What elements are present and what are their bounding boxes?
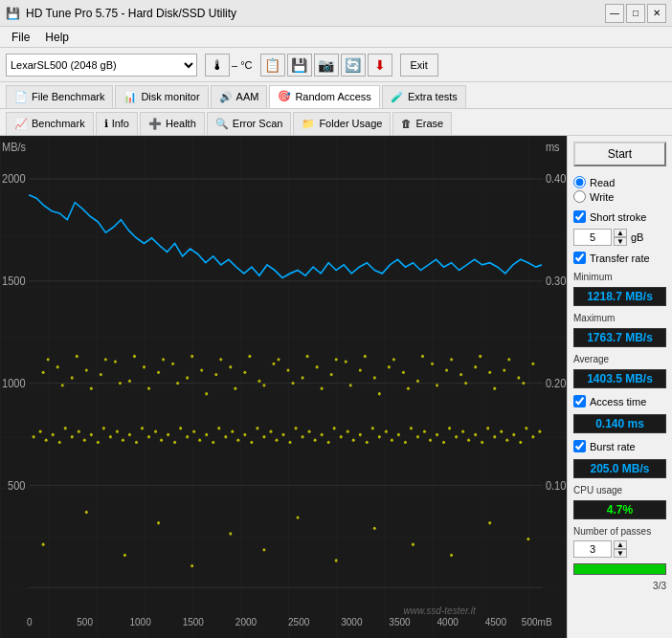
- short-stroke-decrement[interactable]: ▼: [614, 237, 627, 246]
- svg-point-114: [141, 427, 144, 429]
- download-icon[interactable]: ⬇: [368, 54, 392, 77]
- svg-point-92: [464, 382, 467, 385]
- refresh-icon[interactable]: 🔄: [341, 54, 366, 77]
- drive-selector[interactable]: LexarSL500 (2048 gB): [6, 54, 197, 77]
- svg-point-136: [281, 433, 284, 436]
- svg-point-59: [488, 371, 491, 374]
- minimize-button[interactable]: —: [605, 4, 624, 23]
- svg-point-129: [236, 438, 239, 441]
- cpu-value: 4.7%: [573, 500, 666, 519]
- svg-point-156: [410, 427, 413, 429]
- short-stroke-checkbox[interactable]: [573, 210, 586, 223]
- passes-decrement[interactable]: ▼: [614, 549, 627, 558]
- svg-point-39: [200, 368, 203, 371]
- close-button[interactable]: ✕: [647, 4, 666, 23]
- passes-input[interactable]: [573, 540, 612, 558]
- tab-benchmark[interactable]: 📈 Benchmark: [6, 112, 94, 135]
- tab-aam[interactable]: 🔊 AAM: [211, 85, 268, 108]
- camera-icon[interactable]: 📷: [314, 54, 339, 77]
- svg-point-29: [56, 365, 59, 368]
- read-write-group: Read Write: [573, 176, 666, 203]
- maximize-button[interactable]: □: [626, 4, 645, 23]
- svg-point-190: [526, 538, 529, 540]
- svg-point-113: [135, 441, 138, 444]
- svg-point-50: [359, 368, 362, 371]
- burst-rate-item[interactable]: Burst rate: [573, 440, 666, 452]
- tab-info[interactable]: ℹ Info: [96, 112, 138, 135]
- svg-point-120: [179, 427, 182, 429]
- svg-point-35: [143, 365, 146, 368]
- benchmark-icon: 📈: [14, 118, 28, 130]
- titlebar-controls: — □ ✕: [605, 4, 666, 23]
- svg-point-58: [474, 365, 477, 368]
- svg-point-140: [308, 429, 311, 432]
- short-stroke-input[interactable]: [573, 229, 612, 246]
- passes-progress-text: 3/3: [573, 581, 666, 591]
- svg-point-169: [493, 435, 496, 438]
- tab-folder-usage[interactable]: 📁 Folder Usage: [293, 112, 391, 135]
- svg-point-164: [461, 429, 464, 432]
- transfer-rate-item[interactable]: Transfer rate: [573, 252, 666, 264]
- short-stroke-increment[interactable]: ▲: [614, 229, 627, 237]
- start-button[interactable]: Start: [573, 142, 666, 166]
- write-radio[interactable]: [573, 190, 586, 203]
- write-radio-item[interactable]: Write: [573, 190, 666, 203]
- tab-error-scan[interactable]: 🔍 Error Scan: [207, 112, 292, 135]
- svg-text:www.ssd-tester.it: www.ssd-tester.it: [403, 605, 476, 617]
- read-radio-item[interactable]: Read: [573, 176, 666, 188]
- svg-point-138: [295, 427, 298, 429]
- svg-text:1000: 1000: [129, 615, 150, 627]
- burst-rate-checkbox[interactable]: [573, 440, 586, 452]
- svg-point-116: [154, 429, 157, 432]
- svg-point-83: [335, 358, 338, 361]
- svg-point-84: [349, 384, 352, 386]
- svg-point-72: [176, 382, 179, 385]
- read-radio[interactable]: [573, 176, 586, 188]
- svg-point-44: [272, 363, 275, 365]
- svg-point-68: [119, 382, 122, 385]
- passes-increment[interactable]: ▲: [614, 540, 627, 549]
- exit-button[interactable]: Exit: [400, 54, 438, 77]
- svg-point-64: [61, 384, 64, 386]
- folder-usage-icon: 📁: [302, 118, 315, 130]
- menu-file[interactable]: File: [4, 29, 37, 46]
- short-stroke-item[interactable]: Short stroke: [573, 210, 666, 223]
- minimum-value: 1218.7 MB/s: [573, 287, 666, 306]
- svg-point-94: [493, 387, 496, 390]
- svg-point-54: [416, 380, 419, 383]
- tab-erase[interactable]: 🗑 Erase: [392, 112, 452, 135]
- svg-point-122: [192, 429, 195, 432]
- tab-file-benchmark[interactable]: 📄 File Benchmark: [6, 85, 113, 108]
- tab-extra-tests[interactable]: 🧪 Extra tests: [382, 85, 466, 108]
- svg-point-154: [397, 433, 400, 436]
- titlebar: 💾 HD Tune Pro 5.75 - Hard Disk/SSD Utili…: [0, 0, 672, 27]
- svg-point-118: [167, 433, 169, 436]
- svg-point-97: [33, 435, 35, 438]
- tab-disk-monitor[interactable]: 📊 Disk monitor: [115, 85, 208, 108]
- svg-point-52: [388, 365, 391, 368]
- svg-point-78: [262, 384, 265, 386]
- svg-point-69: [133, 355, 136, 358]
- maximum-value: 1763.7 MB/s: [573, 328, 666, 347]
- menu-help[interactable]: Help: [37, 29, 77, 46]
- svg-point-91: [450, 358, 453, 361]
- tab-health[interactable]: ➕ Health: [140, 112, 205, 135]
- svg-point-125: [212, 441, 214, 444]
- access-time-checkbox[interactable]: [573, 395, 586, 407]
- maximum-label: Maximum: [573, 313, 666, 323]
- tab-random-access[interactable]: 🎯 Random Access: [269, 85, 379, 108]
- svg-point-144: [333, 427, 336, 429]
- transfer-rate-checkbox[interactable]: [573, 252, 586, 264]
- svg-point-36: [157, 371, 160, 374]
- svg-point-28: [42, 371, 45, 374]
- svg-point-189: [488, 521, 491, 524]
- access-time-item[interactable]: Access time: [573, 395, 666, 407]
- average-label: Average: [573, 354, 666, 364]
- svg-point-151: [378, 435, 381, 438]
- svg-point-74: [205, 392, 208, 395]
- svg-point-161: [442, 441, 445, 444]
- copy-icon[interactable]: 📋: [260, 54, 285, 77]
- svg-point-177: [42, 543, 45, 546]
- tabs-bottom: 📈 Benchmark ℹ Info ➕ Health 🔍 Error Scan…: [0, 109, 672, 136]
- save-icon[interactable]: 💾: [287, 54, 312, 77]
